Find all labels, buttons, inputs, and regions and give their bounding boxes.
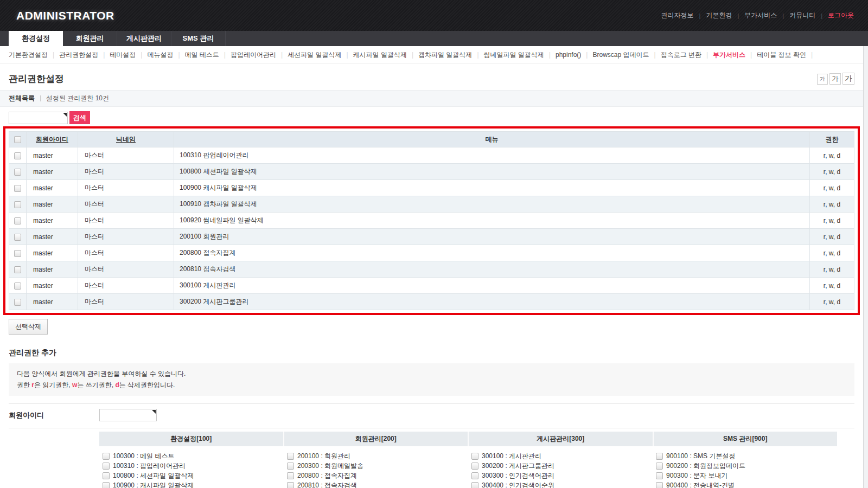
browser-scrollbar[interactable]: [863, 46, 868, 488]
topbar-link[interactable]: 로그아웃: [828, 11, 854, 20]
submenu-item[interactable]: 기본환경설정: [9, 50, 48, 60]
cell-member-id: master: [27, 278, 78, 294]
menu-checkbox[interactable]: [287, 472, 294, 479]
topbar-links: 관리자정보|기본환경|부가서비스|커뮤니티|로그아웃: [661, 11, 854, 20]
topbar-link[interactable]: 기본환경: [706, 11, 732, 20]
submenu-item[interactable]: 메일 테스트: [185, 50, 219, 60]
row-checkbox[interactable]: [14, 250, 21, 257]
submenu-item[interactable]: 썸네일파일 일괄삭제: [484, 50, 544, 60]
row-checkbox[interactable]: [14, 201, 21, 208]
tab-item[interactable]: 게시판관리: [117, 31, 171, 46]
topbar: ADMINISTRATOR 관리자정보|기본환경|부가서비스|커뮤니티|로그아웃: [0, 0, 868, 31]
search-input[interactable]: [9, 112, 67, 124]
menu-checkbox-item[interactable]: 300200 : 게시판그룹관리: [471, 461, 653, 471]
member-id-input[interactable]: [100, 409, 156, 421]
row-checkbox[interactable]: [14, 169, 21, 176]
menu-checkbox-item[interactable]: 900400 : 전송내역-건별: [656, 480, 837, 488]
menu-checkbox-item[interactable]: 900300 : 문자 보내기: [656, 471, 837, 480]
menu-checkbox-item[interactable]: 900100 : SMS 기본설정: [656, 451, 837, 461]
menu-checkbox[interactable]: [471, 482, 478, 488]
app-logo: ADMINISTRATOR: [16, 9, 114, 22]
menu-checkbox[interactable]: [656, 453, 663, 460]
cell-permission: r, w, d: [810, 261, 854, 278]
submenu-item[interactable]: 테이블 정보 확인: [757, 50, 806, 60]
submenu-item[interactable]: 캐시파일 일괄삭제: [353, 50, 407, 60]
submenu-item[interactable]: phpinfo(): [556, 51, 581, 59]
table-header-row: 회원아이디 닉네임 메뉴 권한: [9, 132, 854, 147]
submenu-item[interactable]: 팝업레이어관리: [231, 50, 276, 60]
menu-checkbox[interactable]: [656, 482, 663, 488]
menu-checkbox-item[interactable]: 100800 : 세션파일 일괄삭제: [103, 471, 284, 480]
font-size-button[interactable]: 가: [829, 73, 841, 85]
row-checkbox[interactable]: [14, 152, 21, 159]
font-size-button[interactable]: 가: [817, 74, 828, 85]
submenu-item[interactable]: 테마설정: [110, 50, 136, 60]
menu-checkbox-item[interactable]: 100300 : 메일 테스트: [103, 451, 284, 461]
row-checkbox[interactable]: [14, 234, 21, 241]
tab-item[interactable]: SMS 관리: [171, 31, 226, 46]
submenu-item[interactable]: 부가서비스: [713, 50, 745, 60]
delete-selected-button[interactable]: 선택삭제: [9, 319, 48, 335]
row-checkbox[interactable]: [14, 217, 21, 224]
cell-nickname: 마스터: [78, 164, 174, 180]
menu-checkbox-label: 300200 : 게시판그룹관리: [482, 461, 554, 471]
submenu-item[interactable]: 세션파일 일괄삭제: [288, 50, 341, 60]
font-size-button[interactable]: 가: [843, 73, 854, 85]
menu-checkbox[interactable]: [471, 463, 478, 470]
main-content: 관리권한설정 가가가 전체목록 설정된 관리권한 10건 검색 회원아이디 닉네…: [0, 72, 863, 488]
topbar-link[interactable]: 부가서비스: [744, 11, 777, 20]
menu-checkbox[interactable]: [103, 482, 110, 488]
menu-checkbox-item[interactable]: 300300 : 인기검색어관리: [471, 471, 653, 480]
divider: [40, 95, 41, 101]
submenu-item[interactable]: 메뉴설정: [147, 50, 173, 60]
menu-checkbox-item[interactable]: 100310 : 팝업레이어관리: [103, 461, 284, 471]
menu-checkbox-item[interactable]: 200100 : 회원관리: [287, 451, 468, 461]
row-checkbox[interactable]: [14, 299, 21, 306]
menu-checkbox-item[interactable]: 100900 : 캐시파일 일괄삭제: [103, 480, 284, 488]
select-all-checkbox[interactable]: [14, 136, 21, 143]
search-button[interactable]: 검색: [69, 111, 90, 124]
row-checkbox[interactable]: [14, 266, 21, 273]
menu-checkbox-item[interactable]: 300100 : 게시판관리: [471, 451, 653, 461]
cell-nickname: 마스터: [78, 278, 174, 294]
topbar-link[interactable]: 관리자정보: [661, 11, 694, 20]
sort-nickname-link[interactable]: 닉네임: [116, 136, 136, 143]
topbar-link[interactable]: 커뮤니티: [789, 11, 815, 20]
row-checkbox[interactable]: [14, 185, 21, 192]
menu-checkbox-item[interactable]: 200800 : 접속자집계: [287, 471, 468, 480]
menu-checkbox[interactable]: [287, 463, 294, 470]
menu-checkbox[interactable]: [103, 453, 110, 460]
search-input-wrap: [9, 112, 68, 124]
menu-checkbox[interactable]: [656, 472, 663, 479]
tab-item[interactable]: 회원관리: [63, 31, 117, 46]
separator: |: [477, 51, 478, 59]
menu-checkbox-item[interactable]: 900200 : 회원정보업데이트: [656, 461, 837, 471]
menu-checkbox[interactable]: [656, 463, 663, 470]
menu-checkbox[interactable]: [287, 482, 294, 488]
submenu-item[interactable]: 캡챠파일 일괄삭제: [418, 50, 472, 60]
menu-checkbox-item[interactable]: 300400 : 인기검색어순위: [471, 480, 653, 488]
menu-checkbox[interactable]: [103, 463, 110, 470]
menu-checkbox-item[interactable]: 200810 : 접속자검색: [287, 480, 468, 488]
menu-checkbox[interactable]: [471, 472, 478, 479]
cell-menu: 100900 캐시파일 일괄삭제: [174, 180, 810, 196]
menu-checkbox[interactable]: [287, 453, 294, 460]
permission-letter: w: [72, 381, 77, 389]
submenu-item[interactable]: 관리권한설정: [59, 50, 98, 60]
submenu-item[interactable]: Browscap 업데이트: [592, 50, 649, 60]
separator: |: [178, 51, 180, 59]
menu-group-header: 환경설정[100]: [99, 432, 284, 446]
row-checkbox[interactable]: [14, 282, 21, 290]
separator: |: [224, 51, 226, 59]
menu-checkbox[interactable]: [103, 472, 110, 479]
cell-member-id: master: [27, 213, 78, 229]
tab-active[interactable]: 환경설정: [9, 31, 63, 46]
access-menu-table: 환경설정[100]회원관리[200]게시판관리[300]SMS 관리[900] …: [99, 432, 837, 488]
submenu-item[interactable]: 접속로그 변환: [661, 50, 701, 60]
sort-member-id-link[interactable]: 회원아이디: [36, 136, 68, 143]
menu-checkbox[interactable]: [471, 453, 478, 460]
all-list-link[interactable]: 전체목록: [9, 94, 35, 103]
menu-checkbox-item[interactable]: 200300 : 회원메일발송: [287, 461, 468, 471]
annotation-highlight-box: 회원아이디 닉네임 메뉴 권한 master마스터100310 팝업레이어관리r…: [3, 126, 860, 315]
cell-member-id: master: [27, 294, 78, 310]
